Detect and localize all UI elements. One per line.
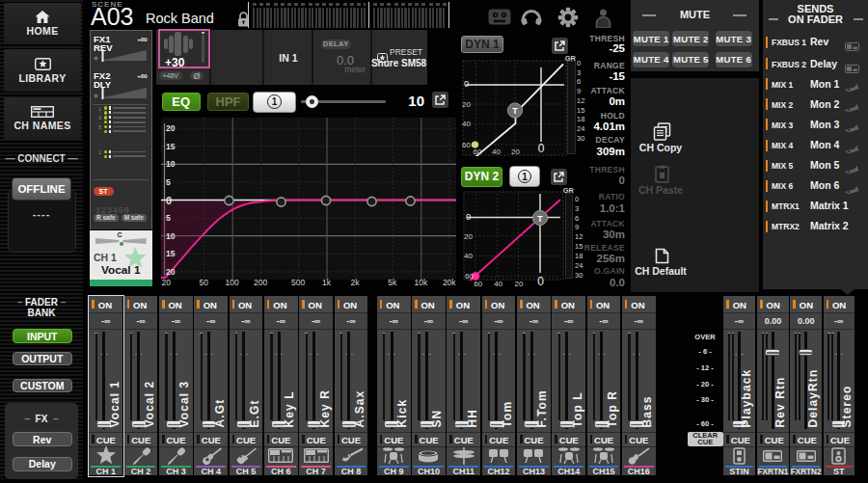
svg-text:T: T: [537, 214, 543, 224]
svg-text:T: T: [512, 106, 518, 116]
